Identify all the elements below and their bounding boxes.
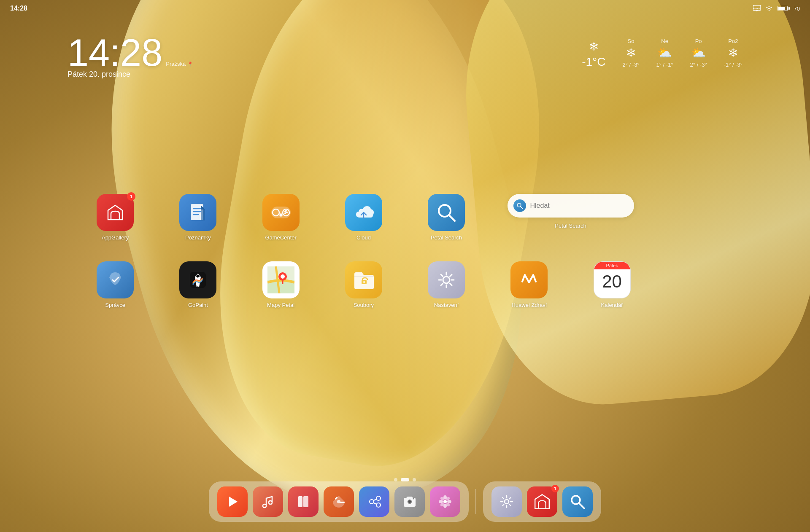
calendar-number: 20 bbox=[602, 271, 622, 292]
weather-widget: ❄ -1°C So ❄ 2° / -3° Ne ⛅ 1° / -1° Po ⛅ … bbox=[582, 38, 742, 69]
svg-point-55 bbox=[505, 500, 509, 504]
zdravi-label: Huawei Zdraví bbox=[511, 302, 547, 308]
dock-petalsearch[interactable] bbox=[562, 486, 593, 517]
status-bar: 14:28 70 bbox=[0, 0, 810, 17]
weather-day-1: So ❄ 2° / -3° bbox=[623, 38, 640, 68]
svg-point-50 bbox=[447, 500, 451, 503]
weather-icon-1: ❄ bbox=[623, 46, 640, 60]
app-poznamky[interactable]: Poznámky bbox=[159, 194, 237, 241]
svg-line-17 bbox=[449, 215, 455, 221]
dock-settings[interactable] bbox=[491, 486, 522, 517]
battery-indicator bbox=[778, 6, 790, 11]
weather-temp-2: 1° / -1° bbox=[656, 62, 673, 68]
app-soubory[interactable]: Soubory bbox=[324, 261, 403, 308]
weather-label-3: Po bbox=[690, 38, 707, 44]
svg-point-47 bbox=[443, 495, 447, 500]
page-dot-3[interactable] bbox=[413, 478, 416, 481]
nastaveni-label: Nastavení bbox=[434, 302, 459, 308]
calendar-widget: Pátek 20 bbox=[594, 261, 631, 298]
weather-icon-2: ⛅ bbox=[656, 46, 673, 60]
weather-label-1: So bbox=[623, 38, 640, 44]
svg-point-13 bbox=[286, 212, 288, 213]
wifi-icon bbox=[765, 5, 773, 12]
dock-themes[interactable] bbox=[430, 486, 460, 517]
dock-appgallery-badge: 1 bbox=[551, 485, 559, 492]
clock-time: 14:28 bbox=[68, 34, 162, 72]
status-time: 14:28 bbox=[10, 5, 27, 12]
dock-share[interactable] bbox=[359, 486, 389, 517]
weather-label-4: Po2 bbox=[724, 38, 742, 44]
petalsearch-label: Petal Search bbox=[431, 234, 462, 241]
cloud-label: Cloud bbox=[356, 234, 371, 241]
app-appgallery[interactable]: 1 AppGallery bbox=[76, 194, 154, 241]
dock-video[interactable] bbox=[217, 486, 248, 517]
soubory-label: Soubory bbox=[354, 302, 374, 308]
weather-label-2: Ne bbox=[656, 38, 673, 44]
petal-search-widget[interactable]: Petal Search bbox=[490, 194, 651, 241]
dock-books[interactable] bbox=[288, 486, 319, 517]
svg-point-39 bbox=[376, 496, 381, 500]
app-grid-row2: Správce GoPaint bbox=[68, 261, 742, 308]
app-grid-row1: 1 AppGallery Poznámky bbox=[68, 194, 742, 241]
dock-divider bbox=[475, 489, 476, 514]
search-bar[interactable] bbox=[508, 194, 634, 218]
weather-current: ❄ -1°C bbox=[582, 38, 605, 69]
dock-camera[interactable] bbox=[394, 486, 425, 517]
kalendar-label: Kalendář bbox=[601, 302, 623, 308]
dock-main bbox=[209, 481, 469, 522]
page-dot-2[interactable] bbox=[401, 478, 409, 481]
svg-point-48 bbox=[443, 504, 447, 508]
svg-line-19 bbox=[520, 207, 522, 209]
svg-point-14 bbox=[285, 210, 287, 212]
page-indicators bbox=[394, 478, 416, 481]
weather-temp-3: 2° / -3° bbox=[690, 62, 707, 68]
appgallery-label: AppGallery bbox=[102, 234, 129, 241]
battery-text: 70 bbox=[794, 5, 800, 12]
dock-paint[interactable] bbox=[324, 486, 354, 517]
status-icons: 70 bbox=[753, 5, 800, 12]
app-kalendar[interactable]: Pátek 20 Kalendář bbox=[573, 261, 651, 308]
dock-appgallery[interactable]: 1 bbox=[527, 486, 557, 517]
page-dot-1[interactable] bbox=[394, 478, 397, 481]
svg-point-27 bbox=[281, 274, 285, 279]
svg-point-29 bbox=[363, 281, 365, 283]
svg-point-30 bbox=[443, 277, 450, 283]
weather-icon-4: ❄ bbox=[724, 46, 742, 60]
app-petalsearch[interactable]: Petal Search bbox=[407, 194, 486, 241]
app-gopaint[interactable]: GoPaint bbox=[159, 261, 237, 308]
search-input[interactable] bbox=[530, 202, 628, 210]
svg-point-38 bbox=[370, 500, 374, 504]
calendar-day: Pátek bbox=[594, 262, 630, 269]
svg-point-37 bbox=[337, 500, 340, 503]
poznamky-label: Poznámky bbox=[185, 234, 211, 241]
clock-date: Pátek 20. prosince bbox=[68, 70, 193, 79]
app-cloud[interactable]: Cloud bbox=[324, 194, 403, 241]
weather-day-3: Po ⛅ 2° / -3° bbox=[690, 38, 707, 68]
dock: 1 bbox=[209, 481, 601, 522]
spravce-label: Správce bbox=[105, 302, 125, 308]
svg-rect-0 bbox=[753, 5, 761, 11]
svg-point-15 bbox=[284, 212, 286, 214]
gopaint-label: GoPaint bbox=[188, 302, 208, 308]
app-spravce[interactable]: Správce bbox=[76, 261, 154, 308]
svg-rect-33 bbox=[303, 496, 308, 507]
app-nastaveni[interactable]: Nastavení bbox=[407, 261, 486, 308]
search-icon-circle bbox=[513, 199, 526, 212]
cast-icon bbox=[753, 5, 761, 12]
svg-point-1 bbox=[756, 10, 757, 11]
weather-icon-3: ⛅ bbox=[690, 46, 707, 60]
svg-line-57 bbox=[579, 503, 584, 508]
search-widget-label: Petal Search bbox=[555, 223, 586, 229]
app-zdravi[interactable]: Huawei Zdraví bbox=[490, 261, 568, 308]
app-gamecenter[interactable]: GameCenter bbox=[242, 194, 320, 241]
app-mapy[interactable]: Mapy Petal bbox=[242, 261, 320, 308]
svg-point-49 bbox=[439, 500, 443, 503]
weather-temp-1: 2° / -3° bbox=[623, 62, 640, 68]
appgallery-badge: 1 bbox=[127, 192, 135, 201]
weather-day-4: Po2 ❄ -1° / -3° bbox=[724, 38, 742, 68]
svg-point-40 bbox=[376, 503, 381, 507]
svg-line-42 bbox=[374, 503, 376, 504]
dock-music[interactable] bbox=[253, 486, 283, 517]
svg-rect-32 bbox=[298, 496, 302, 507]
svg-line-41 bbox=[374, 499, 376, 500]
